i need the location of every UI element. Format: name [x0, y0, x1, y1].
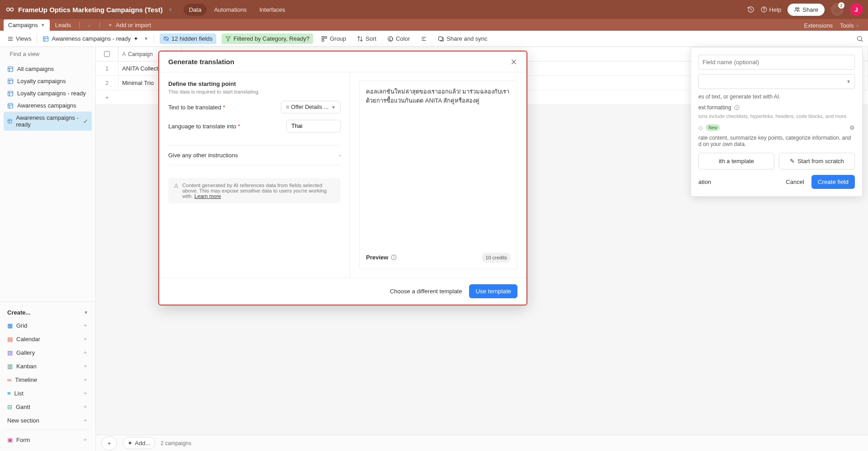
svg-rect-36	[8, 103, 13, 108]
chevron-right-icon: ›	[339, 153, 341, 158]
table-tabs-bar: Campaigns ▼ Leads ▼ ＋ Add or import Exte…	[0, 19, 868, 31]
tools-button[interactable]: Tools ▼	[840, 22, 860, 29]
view-list: All campaigns Loyalty campaigns Loyalty …	[0, 61, 95, 132]
text-field-select[interactable]: ≡Offer Details ... ▼	[281, 101, 341, 113]
ai-add-button[interactable]: ✦Add...	[123, 437, 155, 449]
svg-marker-13	[226, 37, 231, 41]
create-field-button[interactable]: Create field	[811, 175, 855, 189]
chevron-down-icon: ▼	[84, 310, 88, 315]
table-tab-campaigns[interactable]: Campaigns ▼	[4, 19, 50, 31]
create-gantt[interactable]: ⊟Gantt＋	[4, 400, 92, 413]
chevron-down-icon[interactable]: ▼	[41, 23, 45, 28]
generate-translation-modal: Generate translation Define the starting…	[158, 51, 527, 305]
close-icon[interactable]	[510, 58, 517, 66]
row-height-button[interactable]	[418, 34, 430, 44]
view-item[interactable]: All campaigns	[4, 63, 92, 75]
choose-different-template[interactable]: Choose a different template	[390, 288, 462, 295]
create-grid[interactable]: ▦Grid＋	[4, 319, 92, 332]
ai-desc: rate content, summarize key points, cate…	[698, 135, 855, 147]
history-icon[interactable]	[747, 6, 754, 13]
modal-title: Generate translation	[168, 58, 234, 66]
info-icon	[391, 254, 397, 260]
view-item[interactable]: Loyalty campaigns	[4, 75, 92, 87]
sparkle-icon: ✦	[133, 35, 138, 42]
svg-point-3	[764, 11, 764, 11]
table-tab-leads[interactable]: Leads	[51, 19, 76, 31]
sparkle-icon: ✦	[128, 440, 133, 446]
create-list[interactable]: ≡List＋	[4, 386, 92, 400]
add-record-button[interactable]: ＋	[101, 437, 117, 450]
chevron-down-icon[interactable]: ▼	[168, 7, 173, 12]
top-tabs: Data Automations Interfaces	[184, 4, 291, 16]
field-type-dropdown[interactable]: ▼	[698, 74, 855, 89]
use-template-button[interactable]: Use template	[469, 284, 517, 298]
base-name[interactable]: FrameUp Optics Marketing Campaigns (Test…	[18, 6, 163, 14]
warning-icon: ⚠	[174, 183, 179, 199]
filter-pill[interactable]: Filtered by Category, Ready?	[222, 33, 313, 44]
preview-label: Preview	[366, 253, 397, 262]
search-icon[interactable]	[856, 35, 863, 42]
create-gallery[interactable]: ▧Gallery＋	[4, 346, 92, 359]
chevron-down-icon: ▼	[331, 105, 336, 110]
with-template-button[interactable]: ith a template	[698, 153, 774, 169]
view-item[interactable]: Awareness campaigns	[4, 99, 92, 112]
modal-right-pane: คอลเลกชันใหม่ล่าสุดของเราออกแล้ว! มาร่วม…	[350, 72, 526, 277]
instructions-row[interactable]: Give any other instructions ›	[168, 145, 341, 165]
cancel-button[interactable]: Cancel	[786, 179, 804, 185]
back-link[interactable]: ation	[698, 179, 711, 185]
chevron-down-icon[interactable]: ▼	[144, 36, 148, 41]
new-badge: New	[706, 124, 720, 131]
notif-count: 2	[838, 2, 844, 9]
svg-point-24	[5, 54, 6, 54]
modal-header: Generate translation	[159, 52, 526, 72]
formatting-sub: ions include checklists, hyperlinks, hea…	[698, 113, 855, 119]
gear-icon[interactable]	[90, 51, 90, 57]
tab-data[interactable]: Data	[184, 4, 207, 16]
hidden-fields-pill[interactable]: 12 hidden fields	[160, 33, 216, 44]
select-all-checkbox[interactable]	[96, 47, 119, 61]
plus-icon: ＋	[82, 321, 88, 329]
formatting-toggle[interactable]: ext formatting	[698, 104, 855, 111]
create-header[interactable]: Create...▼	[4, 306, 92, 319]
svg-point-1	[10, 8, 14, 11]
svg-rect-27	[8, 66, 13, 71]
language-input[interactable]	[286, 120, 341, 132]
color-button[interactable]: Color	[384, 33, 413, 44]
section-sub: This data is required to start translati…	[168, 89, 341, 94]
create-section-new[interactable]: New section＋	[4, 413, 92, 427]
tab-automations[interactable]: Automations	[209, 4, 252, 16]
create-field-panel: ▼ es of text, or generate text with AI. …	[691, 47, 863, 197]
help-button[interactable]: Help	[761, 6, 782, 13]
create-section: Create...▼ ▦Grid＋ ▤Calendar＋ ▧Gallery＋ ▥…	[0, 301, 95, 451]
field-name-input[interactable]	[698, 55, 855, 70]
add-import-button[interactable]: ＋ Add or import	[103, 19, 156, 31]
table-tab-chevron[interactable]: ▼	[82, 21, 96, 31]
svg-rect-15	[325, 36, 327, 38]
create-kanban[interactable]: ▥Kanban＋	[4, 359, 92, 373]
view-item[interactable]: Loyalty campaigns - ready	[4, 87, 92, 99]
create-form[interactable]: ▣Form＋	[4, 433, 92, 446]
share-button[interactable]: Share	[787, 4, 825, 16]
sort-button[interactable]: Sort	[354, 33, 379, 44]
group-button[interactable]: Group	[318, 33, 349, 44]
pencil-icon: ✎	[790, 158, 795, 164]
create-timeline[interactable]: ═Timeline＋	[4, 373, 92, 386]
svg-rect-14	[322, 36, 324, 38]
view-item-active[interactable]: Awareness campaigns - ready✓	[4, 112, 92, 131]
create-calendar[interactable]: ▤Calendar＋	[4, 332, 92, 346]
notifications-button[interactable]: 2	[831, 3, 844, 16]
extensions-button[interactable]: Extensions	[804, 22, 833, 29]
find-view[interactable]	[0, 47, 95, 61]
learn-more-link[interactable]: Learn more	[194, 193, 221, 199]
svg-rect-33	[8, 91, 13, 96]
from-scratch-button[interactable]: ✎Start from scratch	[779, 153, 855, 169]
user-avatar[interactable]: J	[850, 3, 863, 16]
view-name-button[interactable]: Awareness campaigns - ready ✦	[43, 35, 138, 42]
find-view-input[interactable]	[10, 51, 86, 57]
svg-rect-39	[8, 119, 11, 123]
share-sync-button[interactable]: Share and sync	[435, 33, 490, 44]
gear-icon[interactable]: ⚙	[849, 124, 855, 131]
tab-interfaces[interactable]: Interfaces	[254, 4, 290, 16]
views-toggle[interactable]: Views	[5, 33, 37, 44]
divider	[79, 21, 80, 28]
